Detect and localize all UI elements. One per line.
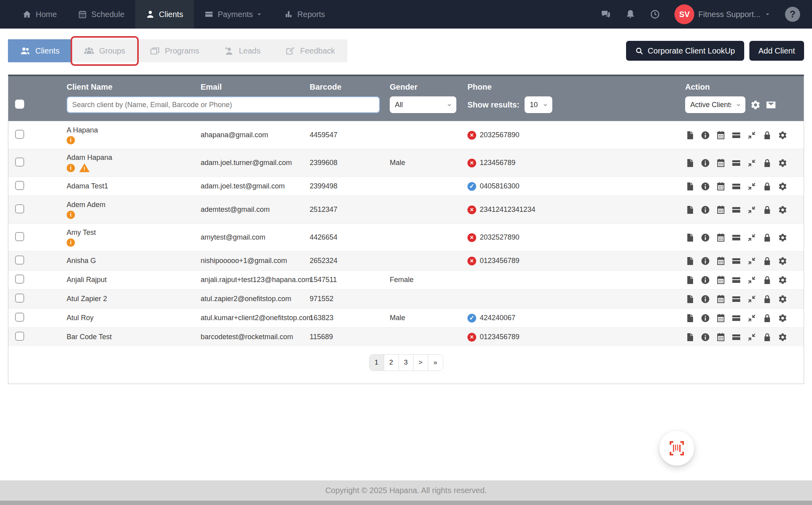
tab-programs[interactable]: Programs xyxy=(138,39,212,62)
page-button-2[interactable]: 2 xyxy=(384,355,399,371)
client-name[interactable]: Adama Test1 xyxy=(67,182,108,190)
nav-item-home[interactable]: Home xyxy=(12,0,67,29)
show-results-select[interactable]: 10 xyxy=(525,96,552,113)
nav-item-payments[interactable]: Payments xyxy=(194,0,274,29)
chat-icon[interactable] xyxy=(601,9,611,19)
tab-feedback[interactable]: Feedback xyxy=(273,39,347,62)
client-name[interactable]: Atul Roy xyxy=(67,314,94,322)
help-icon[interactable]: ? xyxy=(785,7,800,22)
gear-icon[interactable] xyxy=(778,233,787,242)
compress-icon[interactable] xyxy=(747,131,756,140)
calendar-icon[interactable] xyxy=(716,233,726,242)
file-icon[interactable] xyxy=(685,158,695,168)
compress-icon[interactable] xyxy=(747,182,756,191)
compress-icon[interactable] xyxy=(747,158,756,168)
lock-icon[interactable] xyxy=(762,313,772,323)
card-icon[interactable] xyxy=(732,275,741,285)
compress-icon[interactable] xyxy=(747,332,756,342)
calendar-icon[interactable] xyxy=(716,294,726,304)
client-name[interactable]: Amy Test xyxy=(67,228,96,237)
lock-icon[interactable] xyxy=(762,131,772,140)
compress-icon[interactable] xyxy=(747,205,756,215)
calendar-icon[interactable] xyxy=(716,205,726,215)
client-search-input[interactable] xyxy=(67,96,380,113)
gear-icon[interactable] xyxy=(778,205,787,215)
card-icon[interactable] xyxy=(732,131,741,140)
file-icon[interactable] xyxy=(685,233,695,242)
row-checkbox[interactable] xyxy=(15,157,24,167)
lock-icon[interactable] xyxy=(762,182,772,191)
info-badge-icon[interactable]: i xyxy=(67,164,75,172)
card-icon[interactable] xyxy=(732,205,741,215)
file-icon[interactable] xyxy=(685,275,695,285)
gender-filter-select[interactable]: All xyxy=(390,96,456,113)
gear-icon[interactable] xyxy=(778,256,787,266)
calendar-icon[interactable] xyxy=(716,131,726,140)
file-icon[interactable] xyxy=(685,313,695,323)
tab-clients[interactable]: Clients xyxy=(8,39,72,62)
gear-icon[interactable] xyxy=(778,131,787,140)
file-icon[interactable] xyxy=(685,294,695,304)
row-checkbox[interactable] xyxy=(15,275,24,284)
lock-icon[interactable] xyxy=(762,205,772,215)
lock-icon[interactable] xyxy=(762,233,772,242)
client-status-filter-select[interactable]: Active Clients xyxy=(685,96,745,113)
account-menu[interactable]: SV Fitness Support... xyxy=(674,4,771,24)
calendar-icon[interactable] xyxy=(716,256,726,266)
info-circle-icon[interactable] xyxy=(701,294,710,304)
barcode-scan-fab[interactable] xyxy=(659,431,694,466)
calendar-icon[interactable] xyxy=(716,313,726,323)
client-name[interactable]: A Hapana xyxy=(67,126,98,134)
client-name[interactable]: Adam Hapana xyxy=(67,154,112,162)
page-button-3[interactable]: 3 xyxy=(399,355,414,371)
info-circle-icon[interactable] xyxy=(701,275,710,285)
file-icon[interactable] xyxy=(685,256,695,266)
compress-icon[interactable] xyxy=(747,233,756,242)
calendar-icon[interactable] xyxy=(716,158,726,168)
lock-icon[interactable] xyxy=(762,332,772,342)
file-icon[interactable] xyxy=(685,205,695,215)
lock-icon[interactable] xyxy=(762,275,772,285)
settings-gear-icon[interactable] xyxy=(750,100,761,110)
info-badge-icon[interactable]: i xyxy=(67,211,75,219)
avatar[interactable]: SV xyxy=(674,4,694,24)
client-name[interactable]: Anisha G xyxy=(67,257,96,265)
client-name[interactable]: Atul Zapier 2 xyxy=(67,295,107,303)
card-icon[interactable] xyxy=(732,313,741,323)
notifications-bell-icon[interactable] xyxy=(625,9,636,19)
calendar-icon[interactable] xyxy=(716,332,726,342)
card-icon[interactable] xyxy=(732,233,741,242)
row-checkbox[interactable] xyxy=(15,181,24,190)
card-icon[interactable] xyxy=(732,182,741,191)
info-circle-icon[interactable] xyxy=(701,233,710,242)
info-circle-icon[interactable] xyxy=(701,205,710,215)
select-all-checkbox[interactable] xyxy=(15,100,24,109)
info-circle-icon[interactable] xyxy=(701,131,710,140)
clock-icon[interactable] xyxy=(650,9,660,19)
row-checkbox[interactable] xyxy=(15,204,24,213)
corporate-client-lookup-button[interactable]: Corporate Client LookUp xyxy=(626,41,744,61)
client-name[interactable]: Anjali Rajput xyxy=(67,276,107,284)
compress-icon[interactable] xyxy=(747,294,756,304)
card-icon[interactable] xyxy=(732,256,741,266)
row-checkbox[interactable] xyxy=(15,130,24,139)
row-checkbox[interactable] xyxy=(15,232,24,241)
compress-icon[interactable] xyxy=(747,256,756,266)
page-button-next[interactable]: > xyxy=(414,355,428,371)
nav-item-clients[interactable]: Clients xyxy=(135,0,194,29)
card-icon[interactable] xyxy=(732,332,741,342)
row-checkbox[interactable] xyxy=(15,313,24,322)
row-checkbox[interactable] xyxy=(15,255,24,265)
add-client-button[interactable]: Add Client xyxy=(749,41,804,61)
compress-icon[interactable] xyxy=(747,313,756,323)
info-circle-icon[interactable] xyxy=(701,313,710,323)
file-icon[interactable] xyxy=(685,182,695,191)
info-circle-icon[interactable] xyxy=(701,182,710,191)
lock-icon[interactable] xyxy=(762,256,772,266)
info-circle-icon[interactable] xyxy=(701,158,710,168)
page-button-1[interactable]: 1 xyxy=(370,355,384,371)
gear-icon[interactable] xyxy=(778,294,787,304)
calendar-icon[interactable] xyxy=(716,182,726,191)
gear-icon[interactable] xyxy=(778,313,787,323)
card-icon[interactable] xyxy=(732,158,741,168)
